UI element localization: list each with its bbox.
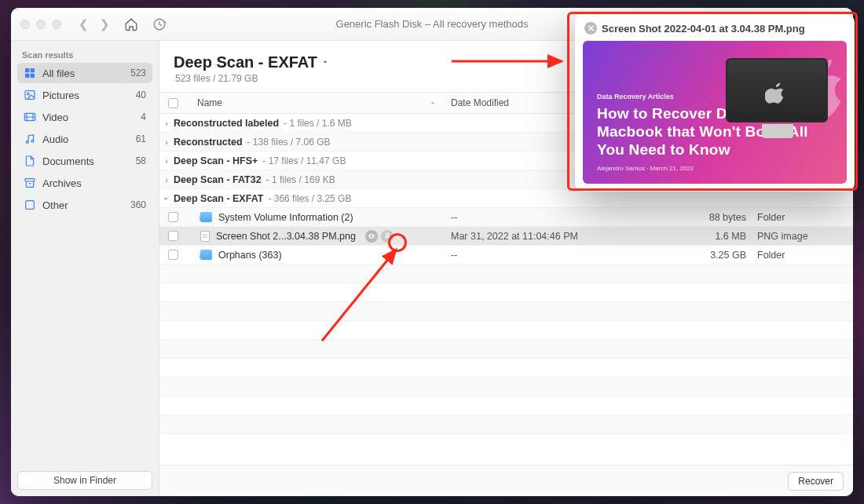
empty-row: [159, 265, 853, 283]
row-checkbox[interactable]: [168, 231, 178, 241]
file-date: Mar 31, 2022 at 11:04:46 PM: [445, 231, 680, 242]
sidebar-item-count: 360: [130, 199, 146, 210]
history-icon[interactable]: [152, 17, 167, 31]
group-meta: - 366 files / 3.25 GB: [268, 193, 351, 204]
column-name[interactable]: Name: [186, 97, 445, 108]
sidebar-item-archives[interactable]: Archives: [17, 173, 152, 193]
row-checkbox[interactable]: [168, 250, 178, 260]
group-label: Deep Scan - FAT32: [174, 174, 262, 185]
image-icon: [24, 89, 36, 101]
select-all-checkbox[interactable]: [168, 98, 178, 108]
sidebar-item-label: Documents: [42, 155, 94, 167]
show-in-finder-button[interactable]: Show in Finder: [17, 471, 152, 490]
sidebar-item-pictures[interactable]: Pictures 40: [17, 85, 152, 105]
empty-row: [159, 340, 853, 359]
file-row[interactable]: › System Volume Information (2) -- 88 by…: [159, 208, 853, 227]
close-preview-icon[interactable]: ✕: [584, 22, 597, 35]
preview-popover: ✕ Screen Shot 2022-04-01 at 3.04.38 PM.p…: [575, 14, 855, 192]
sidebar-item-label: Archives: [42, 177, 82, 189]
disclosure-icon[interactable]: ›: [186, 250, 200, 260]
group-meta: - 17 files / 11.47 GB: [262, 155, 346, 166]
svg-rect-5: [31, 74, 35, 78]
sidebar-item-other[interactable]: Other 360: [17, 195, 152, 215]
preview-image: Data Recovery Articles How to Recover Da…: [583, 41, 847, 184]
archive-icon: [24, 177, 36, 189]
zoom-window-icon[interactable]: [52, 20, 61, 29]
hex-view-icon[interactable]: #: [381, 230, 394, 243]
document-icon: [24, 155, 36, 167]
svg-rect-2: [25, 68, 29, 72]
other-icon: [24, 199, 36, 211]
empty-row: [159, 283, 853, 302]
folder-icon: [200, 212, 212, 222]
group-meta: - 1 files / 169 KB: [266, 174, 335, 185]
grid-icon: [24, 67, 36, 79]
sidebar-section-title: Scan results: [17, 47, 152, 61]
empty-row: [159, 378, 853, 396]
video-icon: [24, 111, 36, 123]
sidebar-item-count: 40: [136, 89, 146, 100]
sidebar-item-count: 523: [130, 68, 146, 79]
disclosure-icon[interactable]: ›: [159, 137, 174, 147]
svg-rect-6: [25, 91, 35, 100]
home-icon[interactable]: [124, 17, 138, 31]
file-row-selected[interactable]: Screen Shot 2...3.04.38 PM.png # Mar 31,…: [159, 227, 853, 246]
sidebar-item-count: 4: [141, 111, 146, 122]
traffic-lights: [20, 20, 61, 29]
file-name: Screen Shot 2...3.04.38 PM.png: [216, 231, 356, 242]
close-window-icon[interactable]: [20, 20, 30, 29]
svg-rect-12: [26, 201, 35, 210]
sidebar-item-count: 61: [136, 133, 146, 144]
sidebar-item-label: Audio: [42, 133, 68, 145]
file-kind: Folder: [751, 212, 853, 223]
thumbnail-illustration: [718, 58, 836, 144]
file-row[interactable]: › Orphans (363) -- 3.25 GB Folder: [159, 246, 853, 265]
disclosure-icon[interactable]: ›: [159, 119, 174, 128]
file-size: 1.6 MB: [680, 231, 751, 242]
file-date: --: [445, 212, 680, 223]
group-meta: - 1 files / 1.6 MB: [284, 118, 352, 129]
nav-back-icon[interactable]: ❮: [79, 17, 89, 31]
svg-point-9: [26, 141, 28, 144]
group-meta: - 138 files / 7.06 GB: [247, 137, 331, 148]
file-name: System Volume Information (2): [218, 212, 353, 223]
sidebar-item-label: All files: [42, 68, 75, 79]
file-icon: [200, 231, 210, 242]
scan-title-dropdown-icon[interactable]: [320, 56, 330, 70]
preview-title: Screen Shot 2022-04-01 at 3.04.38 PM.png: [602, 23, 805, 35]
disclosure-icon[interactable]: ›: [186, 213, 200, 222]
sidebar: Scan results All files 523 Pictures 40 V…: [11, 41, 159, 496]
empty-row: [159, 359, 853, 378]
file-size: 3.25 GB: [680, 250, 751, 261]
group-label: Reconstructed: [174, 137, 243, 148]
svg-point-10: [31, 140, 34, 142]
empty-row: [159, 415, 853, 434]
preview-eyebrow: Data Recovery Articles: [597, 93, 833, 100]
empty-row: [159, 396, 853, 415]
disclosure-icon[interactable]: ›: [159, 175, 174, 184]
sidebar-item-audio[interactable]: Audio 61: [17, 129, 152, 149]
group-label: Deep Scan - EXFAT: [174, 193, 263, 204]
folder-icon: [200, 250, 212, 260]
file-kind: PNG image: [751, 231, 853, 242]
audio-icon: [24, 133, 36, 145]
sidebar-item-documents[interactable]: Documents 58: [17, 151, 152, 171]
sidebar-item-video[interactable]: Video 4: [17, 107, 152, 127]
sidebar-item-count: 58: [136, 155, 146, 166]
minimize-window-icon[interactable]: [36, 20, 46, 29]
disclosure-open-icon[interactable]: ›: [162, 192, 171, 206]
recover-button[interactable]: Recover: [788, 472, 844, 491]
nav-forward-icon[interactable]: ❯: [100, 17, 110, 31]
column-date-label: Date Modified: [451, 97, 509, 108]
preview-byline: Alejandro Santos · March 21, 2022: [597, 165, 833, 172]
row-checkbox[interactable]: [168, 212, 178, 222]
empty-row: [159, 302, 853, 321]
svg-point-7: [27, 93, 30, 95]
preview-eye-icon[interactable]: [365, 230, 378, 243]
group-row[interactable]: › Deep Scan - EXFAT - 366 files / 3.25 G…: [159, 189, 853, 208]
disclosure-icon[interactable]: ›: [159, 156, 174, 166]
sidebar-item-label: Pictures: [42, 89, 79, 101]
empty-row: [159, 321, 853, 340]
sidebar-item-all-files[interactable]: All files 523: [17, 63, 152, 83]
sidebar-item-label: Video: [42, 111, 68, 123]
